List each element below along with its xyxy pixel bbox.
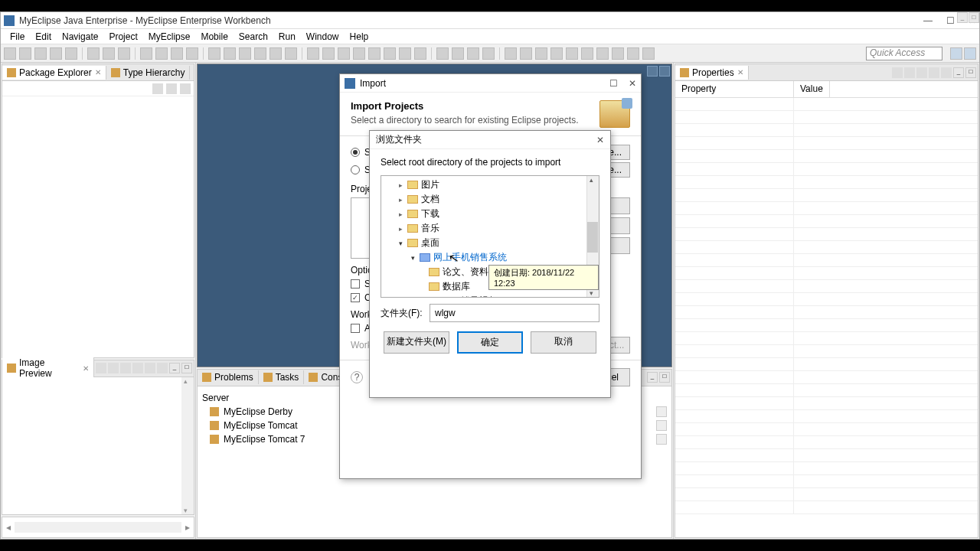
minimize-editor-icon[interactable] <box>647 66 658 77</box>
minimize-view-icon[interactable]: _ <box>953 67 964 78</box>
menu-window[interactable]: Window <box>302 30 344 44</box>
maximize-view-icon[interactable]: □ <box>965 67 976 78</box>
tab-tasks[interactable]: Tasks <box>259 370 305 384</box>
toolbar-icon[interactable] <box>399 47 411 60</box>
link-icon[interactable] <box>166 83 177 94</box>
toolbar-icon[interactable] <box>307 47 319 60</box>
radio-archive-file[interactable] <box>351 165 360 174</box>
toolbar-icon[interactable] <box>171 47 183 60</box>
toolbar-icon[interactable] <box>224 47 236 60</box>
minimize-view-icon[interactable]: _ <box>957 12 968 23</box>
toolbar-icon[interactable] <box>520 47 532 60</box>
minimize-view-icon[interactable]: _ <box>169 363 180 373</box>
toolbar-icon[interactable] <box>452 47 464 60</box>
checkbox-add-workingset[interactable] <box>351 324 360 333</box>
toolbar-icon[interactable] <box>19 47 31 60</box>
scroll-left-icon[interactable]: ◂ <box>2 517 15 537</box>
toolbar-icon[interactable] <box>4 47 16 60</box>
maximize-editor-icon[interactable] <box>659 66 670 77</box>
toolbar-icon[interactable] <box>916 67 927 78</box>
server-action-icon[interactable] <box>656 434 667 445</box>
scroll-right-icon[interactable]: ▸ <box>181 517 194 537</box>
maximize-view-icon[interactable]: □ <box>969 12 979 23</box>
perspective-icon[interactable] <box>950 47 962 60</box>
toolbar-icon[interactable] <box>186 47 198 60</box>
toolbar-icon[interactable] <box>132 363 143 373</box>
tree-item-selected[interactable]: ▾网上手机销售系统 <box>383 250 597 265</box>
toolbar-icon[interactable] <box>140 47 152 60</box>
radio-root-directory[interactable] <box>351 148 360 157</box>
toolbar-icon[interactable] <box>566 47 578 60</box>
toolbar-icon[interactable] <box>904 67 915 78</box>
toolbar-icon[interactable] <box>65 47 77 60</box>
column-value[interactable]: Value <box>794 81 830 97</box>
menu-icon[interactable] <box>180 83 191 94</box>
toolbar-icon[interactable] <box>535 47 547 60</box>
server-action-icon[interactable] <box>656 420 667 431</box>
menu-edit[interactable]: Edit <box>31 30 56 44</box>
toolbar-icon[interactable] <box>612 47 624 60</box>
toolbar-icon[interactable] <box>482 47 495 60</box>
chevron-right-icon[interactable]: ▸ <box>397 181 404 189</box>
new-folder-button[interactable]: 新建文件夹(M) <box>384 331 449 354</box>
menu-navigate[interactable]: Navigate <box>57 30 103 44</box>
toolbar-icon[interactable] <box>285 47 297 60</box>
ok-button[interactable]: 确定 <box>457 331 523 354</box>
toolbar-icon[interactable] <box>353 47 365 60</box>
scrollbar[interactable] <box>181 377 194 514</box>
tab-package-explorer[interactable]: Package Explorer ✕ <box>2 66 106 80</box>
close-icon[interactable]: ✕ <box>95 68 101 77</box>
toolbar-icon[interactable] <box>34 47 47 60</box>
toolbar-icon[interactable] <box>270 47 282 60</box>
menu-project[interactable]: Project <box>104 30 142 44</box>
scrollbar-thumb[interactable] <box>587 222 598 253</box>
toolbar-icon[interactable] <box>322 47 335 60</box>
tree-item[interactable]: ▸音乐 <box>383 221 597 236</box>
menu-search[interactable]: Search <box>234 30 273 44</box>
menu-myeclipse[interactable]: MyEclipse <box>144 30 195 44</box>
toolbar-icon[interactable] <box>103 47 115 60</box>
menu-run[interactable]: Run <box>274 30 300 44</box>
toolbar-icon[interactable] <box>87 47 100 60</box>
toolbar-icon[interactable] <box>467 47 479 60</box>
tab-problems[interactable]: Problems <box>198 370 259 384</box>
toolbar-icon[interactable] <box>120 363 131 373</box>
tree-item[interactable]: ▸图片 <box>383 178 597 192</box>
toolbar-icon[interactable] <box>368 47 381 60</box>
toolbar-icon[interactable] <box>50 47 62 60</box>
maximize-view-icon[interactable]: □ <box>181 363 192 373</box>
tab-type-hierarchy[interactable]: Type Hierarchy <box>106 66 191 80</box>
toolbar-icon[interactable] <box>929 67 939 78</box>
server-action-icon[interactable] <box>656 406 667 417</box>
horizontal-scrollbar[interactable]: ◂ ▸ <box>2 517 194 538</box>
toolbar-icon[interactable] <box>627 47 639 60</box>
toolbar-icon[interactable] <box>414 47 426 60</box>
chevron-right-icon[interactable]: ▸ <box>397 196 404 204</box>
help-icon[interactable]: ? <box>351 371 363 383</box>
collapse-icon[interactable] <box>152 83 163 94</box>
menu-help[interactable]: Help <box>345 30 374 44</box>
folder-field-input[interactable] <box>430 304 599 322</box>
maximize-view-icon[interactable]: □ <box>659 372 670 383</box>
close-icon[interactable]: ✕ <box>737 68 743 77</box>
perspective-icon[interactable] <box>964 47 976 60</box>
toolbar-icon[interactable] <box>642 47 655 60</box>
minimize-button[interactable]: — <box>923 15 933 26</box>
toolbar-icon[interactable] <box>596 47 609 60</box>
chevron-down-icon[interactable]: ▾ <box>397 240 404 247</box>
toolbar-icon[interactable] <box>239 47 251 60</box>
quick-access-input[interactable]: Quick Access <box>866 47 942 60</box>
menu-file[interactable]: File <box>5 30 29 44</box>
tree-item[interactable]: 项目辅导视频 <box>383 294 597 298</box>
menu-mobile[interactable]: Mobile <box>196 30 232 44</box>
chevron-down-icon[interactable]: ▾ <box>409 254 416 262</box>
toolbar-icon[interactable] <box>505 47 517 60</box>
toolbar-icon[interactable] <box>550 47 563 60</box>
folder-tree[interactable]: ▸图片 ▸文档 ▸下载 ▸音乐 ▾桌面 ▾网上手机销售系统 论文、资料 数据库 … <box>381 175 599 298</box>
toolbar-icon[interactable] <box>96 363 106 373</box>
maximize-button[interactable]: ☐ <box>946 15 955 26</box>
checkbox-copy-projects[interactable] <box>351 293 360 302</box>
minimize-view-icon[interactable]: _ <box>647 372 658 383</box>
chevron-right-icon[interactable]: ▸ <box>397 225 404 233</box>
cancel-button[interactable]: 取消 <box>531 331 596 354</box>
